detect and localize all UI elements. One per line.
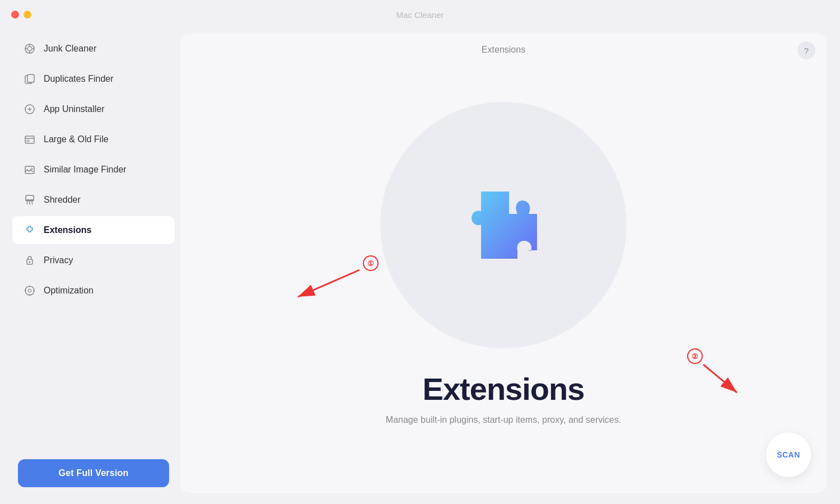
sidebar-item-similar-image-finder[interactable]: Similar Image Finder xyxy=(12,156,175,184)
svg-point-19 xyxy=(29,262,31,263)
junk-cleaner-icon xyxy=(24,43,36,55)
annotation-2: ② xyxy=(687,348,754,406)
privacy-icon xyxy=(24,254,36,267)
extensions-icon xyxy=(24,224,36,236)
close-button[interactable] xyxy=(11,11,19,18)
get-full-version-button[interactable]: Get Full Version xyxy=(18,459,169,487)
svg-line-15 xyxy=(27,202,27,204)
app-uninstaller-label: App Uninstaller xyxy=(44,104,105,114)
svg-rect-7 xyxy=(27,74,34,82)
privacy-label: Privacy xyxy=(44,255,73,265)
similar-image-finder-icon xyxy=(24,164,36,176)
shredder-icon xyxy=(24,194,36,206)
svg-rect-10 xyxy=(27,140,29,142)
sidebar-item-extensions[interactable]: Extensions xyxy=(12,216,175,244)
svg-rect-13 xyxy=(26,195,34,200)
sidebar-item-duplicates-finder[interactable]: Duplicates Finder xyxy=(12,65,175,93)
minimize-button[interactable] xyxy=(24,11,31,18)
scan-button[interactable]: SCAN xyxy=(766,432,811,477)
large-old-file-label: Large & Old File xyxy=(44,134,109,144)
annotation-arrow-2: ② xyxy=(687,348,754,404)
app-window: Junk Cleaner Duplicates Finder App Unins… xyxy=(7,29,833,497)
svg-point-20 xyxy=(25,286,34,295)
svg-rect-9 xyxy=(25,136,34,143)
sidebar-item-shredder[interactable]: Shredder xyxy=(12,186,175,214)
svg-text:①: ① xyxy=(367,259,374,268)
extensions-label: Extensions xyxy=(44,225,91,235)
illustration-circle xyxy=(380,102,627,348)
titlebar: Mac Cleaner xyxy=(0,0,840,29)
traffic-lights xyxy=(11,11,31,18)
svg-point-12 xyxy=(31,168,32,170)
app-uninstaller-icon xyxy=(24,103,36,115)
svg-line-17 xyxy=(32,202,32,204)
sidebar-item-optimization[interactable]: Optimization xyxy=(12,277,175,305)
help-button[interactable]: ? xyxy=(797,41,815,59)
svg-rect-14 xyxy=(26,200,34,201)
page-title: Extensions xyxy=(482,45,525,54)
sidebar-item-large-old-file[interactable]: Large & Old File xyxy=(12,125,175,153)
svg-point-25 xyxy=(363,256,378,270)
shredder-label: Shredder xyxy=(44,195,81,205)
sidebar: Junk Cleaner Duplicates Finder App Unins… xyxy=(7,29,180,497)
svg-text:②: ② xyxy=(692,352,698,361)
optimization-icon xyxy=(24,284,36,297)
app-title: Mac Cleaner xyxy=(396,10,444,20)
optimization-label: Optimization xyxy=(44,286,94,296)
sidebar-item-privacy[interactable]: Privacy xyxy=(12,246,175,274)
svg-point-28 xyxy=(688,349,702,363)
main-title: Extensions xyxy=(423,371,585,407)
similar-image-finder-label: Similar Image Finder xyxy=(44,165,127,175)
puzzle-icon xyxy=(447,169,559,281)
duplicates-finder-icon xyxy=(24,73,36,85)
page-header: Extensions xyxy=(180,45,827,55)
sidebar-item-junk-cleaner[interactable]: Junk Cleaner xyxy=(12,35,175,63)
main-content: Extensions ? Extensions Manage built-in … xyxy=(180,34,827,493)
sidebar-bottom: Get Full Version xyxy=(7,454,180,493)
main-subtitle: Manage built-in plugins, start-up items,… xyxy=(386,415,621,425)
duplicates-finder-label: Duplicates Finder xyxy=(44,74,114,84)
sidebar-item-app-uninstaller[interactable]: App Uninstaller xyxy=(12,95,175,123)
junk-cleaner-label: Junk Cleaner xyxy=(44,44,96,54)
svg-rect-11 xyxy=(25,166,34,174)
large-old-file-icon xyxy=(24,133,36,146)
svg-point-1 xyxy=(27,46,32,51)
